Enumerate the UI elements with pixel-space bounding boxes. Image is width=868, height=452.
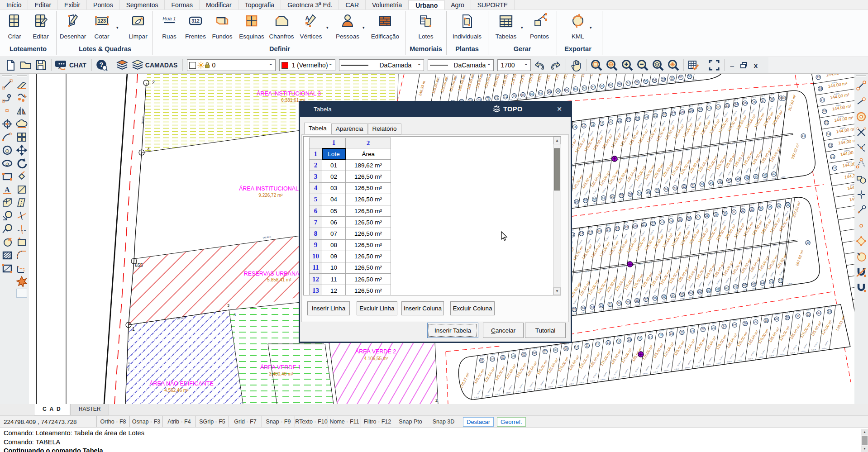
svg-text:61: 61: [591, 86, 595, 89]
svg-text:2: 2: [152, 80, 155, 85]
svg-text:35: 35: [744, 101, 747, 105]
svg-text:ÁREA VERDE 1: ÁREA VERDE 1: [260, 364, 301, 371]
svg-text:14: 14: [580, 232, 583, 235]
svg-text:11: 11: [586, 344, 589, 347]
svg-text:22: 22: [627, 118, 630, 121]
svg-text:64: 64: [565, 88, 569, 91]
svg-text:26: 26: [663, 113, 667, 116]
svg-text:21: 21: [643, 223, 646, 226]
svg-text:58: 58: [618, 82, 621, 86]
svg-text:47: 47: [734, 285, 738, 288]
svg-text:54: 54: [664, 187, 668, 190]
svg-text:64: 64: [575, 200, 578, 203]
svg-text:55: 55: [662, 295, 666, 298]
svg-text:57: 57: [627, 81, 630, 85]
svg-text:20: 20: [609, 120, 613, 124]
svg-text:RESERVAS URBANA: RESERVAS URBANA: [244, 271, 300, 277]
svg-text:38,41 m: 38,41 m: [141, 116, 144, 124]
svg-text:23: 23: [712, 326, 715, 329]
svg-text:18: 18: [591, 123, 595, 126]
svg-text:12: 12: [596, 343, 600, 346]
svg-text:08: 08: [554, 348, 558, 352]
svg-text:19: 19: [625, 225, 628, 228]
svg-text:32: 32: [741, 209, 745, 212]
svg-text:34: 34: [828, 310, 831, 313]
svg-text:24: 24: [722, 325, 726, 328]
svg-text:29: 29: [714, 213, 718, 216]
svg-text:20: 20: [634, 224, 637, 228]
svg-text:25: 25: [733, 324, 737, 327]
svg-text:2: 2: [435, 398, 438, 403]
svg-text:64: 64: [582, 306, 585, 309]
svg-text:32: 32: [716, 105, 720, 109]
svg-text:3: 3: [227, 303, 229, 308]
svg-text:13: 13: [606, 341, 610, 344]
svg-text:60: 60: [600, 85, 604, 88]
svg-text:09: 09: [564, 347, 568, 350]
svg-text:52: 52: [689, 291, 693, 295]
svg-text:30: 30: [699, 108, 702, 111]
svg-text:71: 71: [504, 95, 507, 98]
svg-text:42: 42: [779, 279, 782, 282]
svg-text:4.562,46 m²: 4.562,46 m²: [164, 388, 189, 393]
svg-text:10: 10: [575, 346, 579, 349]
svg-text:A: A: [5, 186, 10, 194]
svg-text:57: 57: [644, 298, 648, 301]
svg-text:23: 23: [636, 117, 639, 120]
svg-text:55: 55: [644, 80, 648, 83]
svg-text:66: 66: [548, 90, 551, 93]
svg-text:60: 60: [611, 195, 615, 198]
svg-text:21: 21: [691, 329, 695, 333]
svg-text:15: 15: [825, 121, 829, 124]
svg-text:ÁREA INSTITUCIONAL 3: ÁREA INSTITUCIONAL 3: [257, 90, 321, 97]
svg-text:31: 31: [796, 314, 800, 318]
svg-text:03: 03: [501, 356, 505, 359]
svg-text:59: 59: [626, 300, 630, 304]
svg-text:17: 17: [582, 124, 586, 127]
svg-text:58: 58: [635, 299, 639, 302]
svg-text:58: 58: [629, 193, 632, 196]
svg-text:21: 21: [618, 119, 622, 122]
svg-text:27: 27: [696, 215, 700, 219]
svg-text:25: 25: [678, 218, 682, 221]
svg-text:02: 02: [491, 357, 494, 361]
svg-text:39: 39: [806, 241, 810, 244]
svg-text:38: 38: [786, 203, 790, 206]
svg-text:16: 16: [638, 337, 642, 340]
svg-text:43: 43: [770, 280, 773, 283]
svg-text:20: 20: [680, 331, 684, 334]
svg-text:37: 37: [761, 99, 765, 102]
svg-text:53: 53: [680, 293, 684, 296]
svg-text:61: 61: [602, 196, 606, 200]
svg-text:33: 33: [725, 104, 729, 107]
svg-text:41: 41: [802, 134, 806, 138]
svg-text:22: 22: [701, 328, 705, 331]
svg-text:53: 53: [673, 186, 677, 190]
svg-text:30: 30: [723, 212, 727, 215]
svg-text:70: 70: [513, 94, 516, 97]
svg-text:16: 16: [598, 229, 601, 233]
svg-text:04: 04: [512, 354, 515, 357]
svg-text:42: 42: [772, 172, 776, 176]
svg-text:17: 17: [821, 98, 825, 101]
svg-text:14: 14: [617, 340, 621, 343]
svg-text:62: 62: [583, 86, 587, 90]
svg-text:45: 45: [752, 283, 755, 286]
svg-text:29: 29: [775, 317, 779, 320]
svg-text:63: 63: [574, 87, 577, 90]
svg-text:28: 28: [764, 319, 768, 322]
svg-text:54: 54: [671, 294, 675, 297]
svg-text:33: 33: [750, 208, 754, 211]
svg-text:27: 27: [754, 320, 758, 324]
svg-text:51: 51: [698, 290, 702, 293]
svg-text:18: 18: [616, 227, 620, 230]
svg-text:15: 15: [628, 338, 631, 341]
svg-text:72: 72: [495, 96, 499, 99]
svg-text:18: 18: [819, 87, 822, 90]
svg-text:48: 48: [725, 286, 729, 290]
svg-text:48: 48: [718, 180, 722, 183]
svg-text:46: 46: [743, 284, 747, 287]
svg-text:49: 49: [709, 181, 713, 185]
svg-text:62: 62: [600, 304, 603, 307]
svg-text:36: 36: [753, 100, 756, 104]
